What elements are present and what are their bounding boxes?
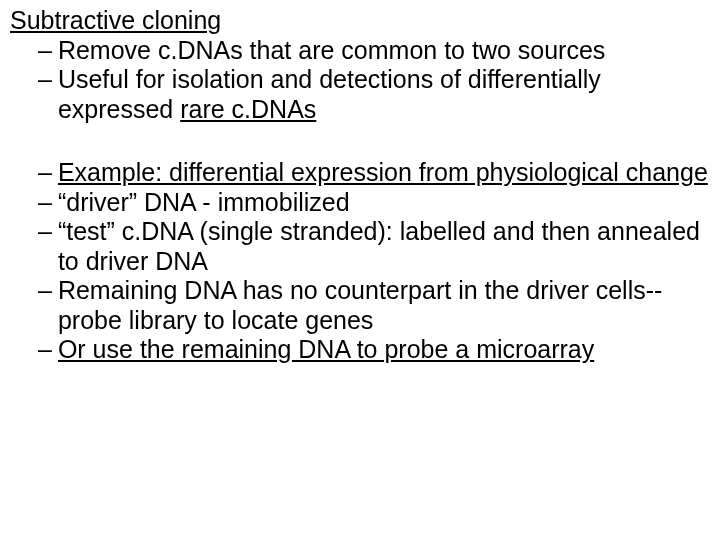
list-item: – Useful for isolation and detections of… (38, 65, 710, 124)
dash-icon: – (38, 188, 58, 218)
slide-title: Subtractive cloning (10, 6, 710, 36)
slide: Subtractive cloning – Remove c.DNAs that… (0, 0, 720, 540)
list-item: – “driver” DNA - immobilized (38, 188, 710, 218)
item-text: “driver” DNA - immobilized (58, 188, 710, 218)
list-item: – Remaining DNA has no counterpart in th… (38, 276, 710, 335)
dash-icon: – (38, 65, 58, 95)
item-text: “test” c.DNA (single stranded): labelled… (58, 217, 710, 276)
item-text: Or use the remaining DNA to probe a micr… (58, 335, 710, 365)
dash-icon: – (38, 276, 58, 306)
bullet-group-1: – Remove c.DNAs that are common to two s… (10, 36, 710, 125)
item-text: Example: differential expression from ph… (58, 158, 710, 188)
dash-icon: – (38, 36, 58, 66)
dash-icon: – (38, 335, 58, 365)
list-item: – Example: differential expression from … (38, 158, 710, 188)
spacer (10, 124, 710, 158)
item-text: Remove c.DNAs that are common to two sou… (58, 36, 710, 66)
item-text: Useful for isolation and detections of d… (58, 65, 710, 124)
list-item: – Remove c.DNAs that are common to two s… (38, 36, 710, 66)
item-text: Remaining DNA has no counterpart in the … (58, 276, 710, 335)
list-item: – Or use the remaining DNA to probe a mi… (38, 335, 710, 365)
list-item: – “test” c.DNA (single stranded): labell… (38, 217, 710, 276)
bullet-group-2: – Example: differential expression from … (10, 158, 710, 365)
dash-icon: – (38, 217, 58, 247)
dash-icon: – (38, 158, 58, 188)
